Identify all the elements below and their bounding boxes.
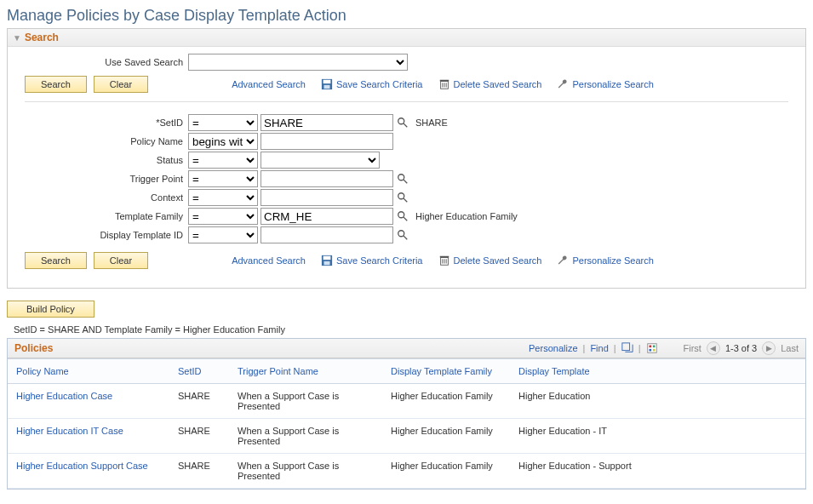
policy-name-input[interactable] <box>261 133 393 150</box>
svg-point-8 <box>398 118 404 124</box>
setid-desc: SHARE <box>415 117 448 128</box>
search-header[interactable]: ▼ Search <box>8 29 805 47</box>
advanced-search-link-top[interactable]: Advanced Search <box>232 79 306 89</box>
download-icon[interactable] <box>646 342 658 354</box>
template-family-input[interactable] <box>261 208 393 225</box>
delete-saved-search-link-bottom[interactable]: Delete Saved Search <box>438 255 542 266</box>
use-saved-search-select[interactable] <box>188 54 408 71</box>
svg-rect-22 <box>439 256 449 258</box>
family-cell: Higher Education Family <box>382 454 510 489</box>
search-header-label: Search <box>25 32 59 43</box>
table-row: Higher Education IT CaseSHAREWhen a Supp… <box>8 419 805 454</box>
template-family-op[interactable]: = <box>188 208 258 225</box>
build-policy-button[interactable]: Build Policy <box>7 301 94 318</box>
magnifier-icon <box>397 229 409 241</box>
trigger-point-op[interactable]: = <box>188 170 258 187</box>
setid-lookup-icon[interactable] <box>397 117 409 129</box>
delete-saved-search-link-top[interactable]: Delete Saved Search <box>438 78 542 90</box>
display-template-id-label: Display Template ID <box>18 230 188 240</box>
family-cell: Higher Education Family <box>382 384 510 419</box>
clear-button-bottom[interactable]: Clear <box>94 252 148 269</box>
wrench-icon <box>557 78 569 90</box>
context-label: Context <box>18 192 188 203</box>
use-saved-search-label: Use Saved Search <box>18 57 188 67</box>
trigger-point-cell: When a Support Case is Presented <box>229 419 382 454</box>
col-trigger-point[interactable]: Trigger Point Name <box>229 359 382 384</box>
policy-name-cell[interactable]: Higher Education IT Case <box>8 419 169 454</box>
svg-rect-30 <box>649 349 651 352</box>
clear-button-top[interactable]: Clear <box>94 76 148 93</box>
trigger-point-cell: When a Support Case is Presented <box>229 384 382 419</box>
magnifier-icon <box>397 173 409 185</box>
svg-line-9 <box>404 123 407 127</box>
display-template-id-lookup-icon[interactable] <box>397 229 409 241</box>
grid-nav-prev-icon[interactable]: ◀ <box>707 341 720 355</box>
grid-nav-first[interactable]: First <box>684 343 701 353</box>
personalize-search-link-bottom[interactable]: Personalize Search <box>557 255 653 266</box>
svg-point-12 <box>398 193 404 199</box>
col-policy-name[interactable]: Policy Name <box>8 359 169 384</box>
trash-icon <box>438 78 450 90</box>
trash-icon <box>438 255 450 266</box>
svg-rect-2 <box>324 85 330 89</box>
col-family[interactable]: Display Template Family <box>382 359 510 384</box>
setid-label: *SetID <box>18 117 188 128</box>
policy-name-cell[interactable]: Higher Education Case <box>8 384 169 419</box>
table-row: Higher Education Support CaseSHAREWhen a… <box>8 454 805 489</box>
svg-point-16 <box>398 231 404 237</box>
status-op[interactable]: = <box>188 152 258 169</box>
policy-name-cell[interactable]: Higher Education Support Case <box>8 454 169 489</box>
svg-rect-31 <box>652 349 655 352</box>
svg-rect-19 <box>323 256 331 260</box>
setid-cell: SHARE <box>169 454 229 489</box>
trigger-point-cell: When a Support Case is Presented <box>229 454 382 489</box>
trigger-point-lookup-icon[interactable] <box>397 173 409 185</box>
svg-rect-29 <box>652 346 655 348</box>
context-lookup-icon[interactable] <box>397 192 409 203</box>
save-search-criteria-link-top[interactable]: Save Search Criteria <box>321 78 423 90</box>
setid-input[interactable] <box>261 114 393 131</box>
context-op[interactable]: = <box>188 189 258 206</box>
svg-point-10 <box>398 175 404 180</box>
personalize-search-link-top[interactable]: Personalize Search <box>557 78 653 90</box>
display-template-id-input[interactable] <box>261 226 393 243</box>
svg-rect-28 <box>649 346 651 348</box>
magnifier-icon <box>397 117 409 129</box>
magnifier-icon <box>397 210 409 222</box>
grid-personalize-link[interactable]: Personalize <box>529 343 577 353</box>
svg-line-13 <box>404 198 407 202</box>
zoom-icon[interactable] <box>621 342 633 354</box>
svg-rect-4 <box>439 80 449 82</box>
wrench-icon <box>557 255 569 266</box>
context-input[interactable] <box>261 189 393 206</box>
family-cell: Higher Education Family <box>382 419 510 454</box>
col-setid[interactable]: SetID <box>169 359 229 384</box>
grid-title: Policies <box>14 342 53 354</box>
svg-rect-26 <box>622 343 630 351</box>
save-search-criteria-link-bottom[interactable]: Save Search Criteria <box>321 255 423 266</box>
display-template-id-op[interactable]: = <box>188 226 258 243</box>
svg-rect-1 <box>323 80 331 83</box>
template-family-lookup-icon[interactable] <box>397 210 409 222</box>
collapse-icon[interactable]: ▼ <box>13 33 21 43</box>
grid-nav-last[interactable]: Last <box>781 343 799 353</box>
template-cell: Higher Education - IT <box>510 419 805 454</box>
grid-nav-next-icon[interactable]: ▶ <box>762 341 776 355</box>
policy-name-label: Policy Name <box>18 136 188 146</box>
advanced-search-link-bottom[interactable]: Advanced Search <box>232 255 306 266</box>
search-panel: ▼ Search Use Saved Search Search Clear A… <box>7 28 806 289</box>
trigger-point-input[interactable] <box>261 170 393 187</box>
setid-op[interactable]: = <box>188 114 258 131</box>
template-cell: Higher Education <box>510 384 805 419</box>
policy-name-op[interactable]: begins with <box>188 133 258 150</box>
status-select[interactable] <box>261 152 380 169</box>
search-button-top[interactable]: Search <box>25 76 87 93</box>
search-button-bottom[interactable]: Search <box>25 252 87 269</box>
trigger-point-label: Trigger Point <box>18 174 188 184</box>
policies-grid: Policies Personalize | Find | | First ◀ … <box>7 338 806 490</box>
col-template[interactable]: Display Template <box>510 359 805 384</box>
template-cell: Higher Education - Support <box>510 454 805 489</box>
grid-find-link[interactable]: Find <box>590 343 608 353</box>
svg-line-11 <box>404 180 407 183</box>
query-text: SetID = SHARE AND Template Family = High… <box>14 324 806 335</box>
